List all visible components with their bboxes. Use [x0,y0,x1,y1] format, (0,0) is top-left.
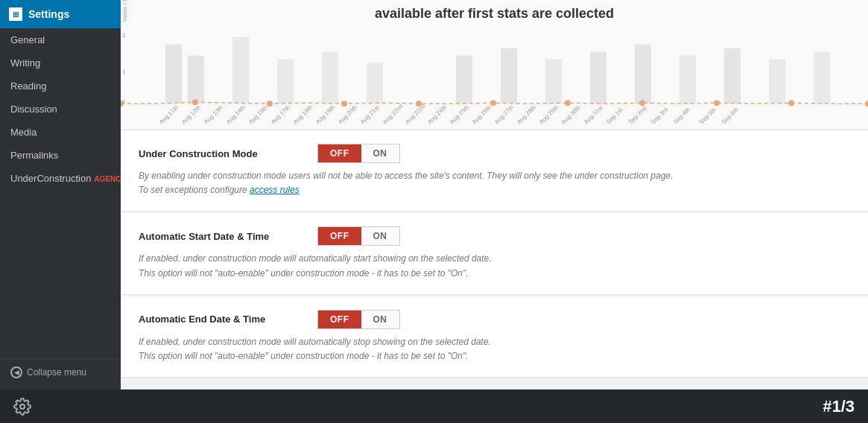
svg-point-22 [565,100,571,106]
sidebar-item-underconstruction[interactable]: UnderConstructionAGENCY [0,167,121,190]
svg-rect-4 [277,60,294,104]
toggle-on-button-1[interactable]: ON [361,144,399,162]
svg-point-21 [490,100,496,106]
setting-row-under-construction: Under Construction Mode OFF ON By enabli… [121,130,868,212]
svg-point-18 [267,101,273,106]
sidebar: ⊞ Settings General Writing Reading Discu… [0,0,121,423]
svg-point-25 [788,100,794,106]
toggle-group-3: OFF ON [317,310,400,329]
sidebar-item-discussion[interactable]: Discussion [0,98,121,121]
svg-rect-6 [367,63,383,104]
svg-text:Aug 20th: Aug 20th [337,104,358,126]
access-rules-link[interactable]: access rules [250,185,300,195]
svg-text:Aug 21st: Aug 21st [359,104,381,125]
svg-text:Sep 3rd: Sep 3rd [650,106,669,125]
toggle-group-2: OFF ON [317,226,400,246]
svg-text:Aug 29th: Aug 29th [538,104,560,126]
setting-description-3: If enabled, under construction mode will… [139,335,839,363]
setting-row-header-1: Under Construction Mode OFF ON [139,144,850,163]
sidebar-item-media[interactable]: Media [0,121,121,144]
svg-rect-1 [165,45,182,104]
svg-rect-13 [724,48,741,104]
toggle-off-button-1[interactable]: OFF [318,144,361,162]
svg-text:Aug 19th: Aug 19th [314,104,336,126]
setting-row-header-2: Automatic Start Date & Time OFF ON [139,226,850,246]
toggle-group-1: OFF ON [317,144,400,163]
sidebar-item-reading[interactable]: Reading [0,74,121,98]
app-wrapper: ⊞ Settings General Writing Reading Discu… [0,0,868,423]
svg-text:Sep 2nd: Sep 2nd [627,105,647,125]
svg-text:Aug 12th: Aug 12th [180,104,202,126]
svg-rect-11 [635,45,651,104]
chart-area: available after first stats are collecte… [121,0,868,130]
svg-rect-8 [501,48,517,104]
svg-text:Aug 27th: Aug 27th [493,104,515,126]
svg-text:0: 0 [122,98,126,105]
svg-rect-7 [456,56,472,104]
svg-point-26 [865,101,868,106]
svg-text:Aug 30th: Aug 30th [560,104,582,126]
collapse-menu-button[interactable]: ◀ Collapse menu [0,358,121,386]
svg-point-57 [20,404,25,409]
svg-text:1: 1 [122,69,126,75]
svg-rect-5 [322,52,338,104]
sidebar-item-general[interactable]: General [0,28,121,51]
svg-text:Aug 18th: Aug 18th [292,104,314,126]
svg-text:Aug 22nd: Aug 22nd [404,103,427,125]
toggle-off-button-3[interactable]: OFF [318,311,361,328]
svg-text:Sep 1st: Sep 1st [605,106,624,125]
svg-text:Aug 24th: Aug 24th [426,104,448,126]
sidebar-title: Settings [28,8,69,20]
settings-icon: ⊞ [9,7,22,21]
svg-rect-10 [590,52,606,104]
svg-rect-15 [814,52,830,104]
toggle-on-button-2[interactable]: ON [361,227,399,245]
svg-rect-9 [545,60,562,104]
page-number: #1/3 [823,397,855,416]
toggle-on-button-3[interactable]: ON [361,311,399,328]
svg-text:Aug 17th: Aug 17th [270,104,291,126]
setting-label-2: Automatic Start Date & Time [139,231,302,242]
settings-panel: Under Construction Mode OFF ON By enabli… [121,130,868,423]
setting-label-3: Automatic End Date & Time [139,314,302,325]
sidebar-header: ⊞ Settings [0,0,121,28]
svg-text:Aug 31st: Aug 31st [583,104,604,125]
svg-point-24 [714,100,720,106]
svg-rect-12 [679,56,696,104]
svg-rect-14 [769,60,785,104]
setting-row-header-3: Automatic End Date & Time OFF ON [139,310,850,329]
setting-row-auto-end: Automatic End Date & Time OFF ON If enab… [121,296,868,378]
svg-rect-3 [232,37,249,104]
setting-description-1: By enabling under construction mode user… [139,169,839,197]
svg-text:Aug 11th: Aug 11th [158,104,180,126]
svg-text:Aug 26th: Aug 26th [471,104,492,126]
svg-text:Aug 22nd: Aug 22nd [381,103,405,125]
svg-text:Aug 25th: Aug 25th [449,104,470,126]
setting-row-auto-start: Automatic Start Date & Time OFF ON If en… [121,213,868,294]
svg-text:Aug 15th: Aug 15th [247,104,269,126]
sidebar-item-permalinks[interactable]: Permalinks [0,144,121,167]
collapse-icon: ◀ [10,366,22,378]
svg-rect-2 [188,56,204,104]
main-content: available after first stats are collecte… [121,0,868,423]
toggle-off-button-2[interactable]: OFF [318,227,361,245]
svg-text:2: 2 [122,32,126,39]
setting-label-1: Under Construction Mode [139,148,302,159]
svg-text:Sep 5th: Sep 5th [698,106,717,126]
bottom-bar: #1/3 [0,389,868,423]
chart-title: available after first stats are collecte… [121,6,868,22]
setting-description-2: If enabled, under construction mode will… [139,252,839,280]
svg-text:Sep 4th: Sep 4th [672,106,691,126]
svg-text:Aug 14th: Aug 14th [225,104,247,126]
sidebar-item-writing[interactable]: Writing [0,51,121,74]
svg-text:Sep 6th: Sep 6th [720,106,740,126]
agency-badge: AGENCY [94,175,121,183]
svg-text:Aug 28th: Aug 28th [516,104,537,126]
svg-point-19 [341,101,347,106]
bottom-gear-icon[interactable] [13,398,31,416]
svg-text:Aug 13th: Aug 13th [203,104,224,126]
